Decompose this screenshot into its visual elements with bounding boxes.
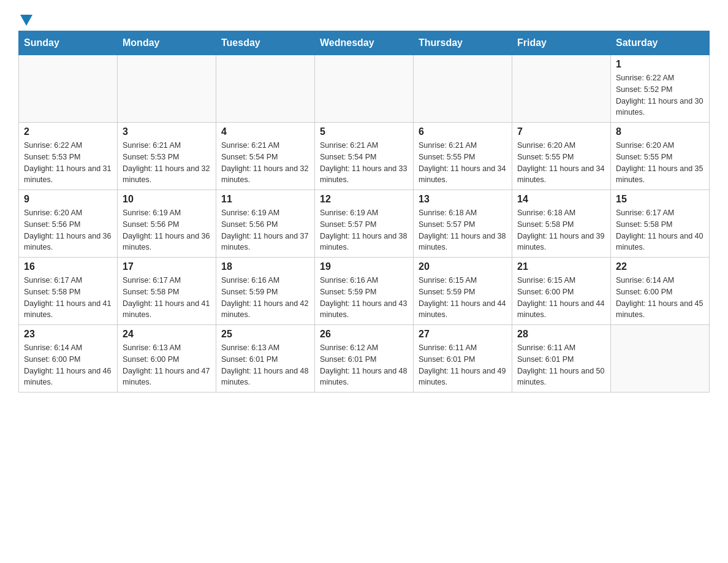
day-number: 7 (517, 126, 605, 137)
calendar-cell (118, 55, 216, 123)
calendar-cell: 11Sunrise: 6:19 AMSunset: 5:56 PMDayligh… (216, 190, 315, 258)
weekday-header-friday: Friday (512, 31, 611, 55)
day-number: 8 (616, 126, 704, 137)
day-number: 15 (616, 194, 704, 205)
calendar-week-row: 1Sunrise: 6:22 AMSunset: 5:52 PMDaylight… (19, 55, 710, 123)
day-number: 17 (123, 261, 211, 272)
day-info: Sunrise: 6:21 AMSunset: 5:55 PMDaylight:… (419, 140, 507, 186)
calendar-cell: 17Sunrise: 6:17 AMSunset: 5:58 PMDayligh… (118, 258, 216, 325)
day-info: Sunrise: 6:19 AMSunset: 5:56 PMDaylight:… (123, 207, 211, 253)
logo-triangle-icon (20, 15, 32, 26)
day-info: Sunrise: 6:17 AMSunset: 5:58 PMDaylight:… (24, 275, 112, 321)
calendar-cell (414, 55, 512, 123)
page-header (18, 12, 710, 25)
calendar-cell (315, 55, 414, 123)
calendar-cell: 21Sunrise: 6:15 AMSunset: 6:00 PMDayligh… (512, 258, 611, 325)
day-info: Sunrise: 6:21 AMSunset: 5:54 PMDaylight:… (221, 140, 309, 186)
calendar-cell: 20Sunrise: 6:15 AMSunset: 5:59 PMDayligh… (414, 258, 512, 325)
calendar-cell: 28Sunrise: 6:11 AMSunset: 6:01 PMDayligh… (512, 325, 611, 393)
day-number: 10 (123, 194, 211, 205)
day-info: Sunrise: 6:13 AMSunset: 6:01 PMDaylight:… (221, 342, 309, 388)
logo (18, 12, 32, 25)
calendar-cell: 18Sunrise: 6:16 AMSunset: 5:59 PMDayligh… (216, 258, 315, 325)
calendar-cell: 14Sunrise: 6:18 AMSunset: 5:58 PMDayligh… (512, 190, 611, 258)
calendar-cell: 13Sunrise: 6:18 AMSunset: 5:57 PMDayligh… (414, 190, 512, 258)
calendar-cell: 25Sunrise: 6:13 AMSunset: 6:01 PMDayligh… (216, 325, 315, 393)
day-number: 28 (517, 329, 605, 340)
day-info: Sunrise: 6:15 AMSunset: 5:59 PMDaylight:… (419, 275, 507, 321)
day-info: Sunrise: 6:16 AMSunset: 5:59 PMDaylight:… (320, 275, 408, 321)
day-number: 18 (221, 261, 309, 272)
day-number: 27 (419, 329, 507, 340)
calendar-cell: 9Sunrise: 6:20 AMSunset: 5:56 PMDaylight… (19, 190, 118, 258)
day-number: 22 (616, 261, 704, 272)
day-number: 12 (320, 194, 408, 205)
calendar-cell: 5Sunrise: 6:21 AMSunset: 5:54 PMDaylight… (315, 123, 414, 190)
calendar-cell (19, 55, 118, 123)
day-number: 16 (24, 261, 112, 272)
calendar-cell: 24Sunrise: 6:13 AMSunset: 6:00 PMDayligh… (118, 325, 216, 393)
day-info: Sunrise: 6:16 AMSunset: 5:59 PMDaylight:… (221, 275, 309, 321)
weekday-header-saturday: Saturday (611, 31, 710, 55)
day-number: 3 (123, 126, 211, 137)
day-info: Sunrise: 6:14 AMSunset: 6:00 PMDaylight:… (616, 275, 704, 321)
weekday-header-tuesday: Tuesday (216, 31, 315, 55)
calendar-cell: 26Sunrise: 6:12 AMSunset: 6:01 PMDayligh… (315, 325, 414, 393)
calendar-week-row: 2Sunrise: 6:22 AMSunset: 5:53 PMDaylight… (19, 123, 710, 190)
day-info: Sunrise: 6:17 AMSunset: 5:58 PMDaylight:… (123, 275, 211, 321)
calendar-cell: 2Sunrise: 6:22 AMSunset: 5:53 PMDaylight… (19, 123, 118, 190)
calendar-cell: 10Sunrise: 6:19 AMSunset: 5:56 PMDayligh… (118, 190, 216, 258)
day-info: Sunrise: 6:21 AMSunset: 5:54 PMDaylight:… (320, 140, 408, 186)
weekday-header-sunday: Sunday (19, 31, 118, 55)
calendar-cell: 16Sunrise: 6:17 AMSunset: 5:58 PMDayligh… (19, 258, 118, 325)
calendar-cell: 4Sunrise: 6:21 AMSunset: 5:54 PMDaylight… (216, 123, 315, 190)
day-info: Sunrise: 6:19 AMSunset: 5:56 PMDaylight:… (221, 207, 309, 253)
day-number: 25 (221, 329, 309, 340)
day-number: 14 (517, 194, 605, 205)
day-number: 13 (419, 194, 507, 205)
day-info: Sunrise: 6:13 AMSunset: 6:00 PMDaylight:… (123, 342, 211, 388)
day-info: Sunrise: 6:14 AMSunset: 6:00 PMDaylight:… (24, 342, 112, 388)
day-info: Sunrise: 6:20 AMSunset: 5:55 PMDaylight:… (616, 140, 704, 186)
day-number: 24 (123, 329, 211, 340)
day-number: 1 (616, 59, 704, 70)
calendar-cell: 1Sunrise: 6:22 AMSunset: 5:52 PMDaylight… (611, 55, 710, 123)
calendar-table: SundayMondayTuesdayWednesdayThursdayFrid… (18, 31, 710, 393)
day-number: 2 (24, 126, 112, 137)
day-info: Sunrise: 6:21 AMSunset: 5:53 PMDaylight:… (123, 140, 211, 186)
calendar-cell: 12Sunrise: 6:19 AMSunset: 5:57 PMDayligh… (315, 190, 414, 258)
calendar-cell (216, 55, 315, 123)
day-info: Sunrise: 6:22 AMSunset: 5:53 PMDaylight:… (24, 140, 112, 186)
day-info: Sunrise: 6:22 AMSunset: 5:52 PMDaylight:… (616, 72, 704, 118)
weekday-header-wednesday: Wednesday (315, 31, 414, 55)
calendar-cell: 23Sunrise: 6:14 AMSunset: 6:00 PMDayligh… (19, 325, 118, 393)
calendar-cell: 3Sunrise: 6:21 AMSunset: 5:53 PMDaylight… (118, 123, 216, 190)
calendar-cell: 7Sunrise: 6:20 AMSunset: 5:55 PMDaylight… (512, 123, 611, 190)
day-number: 20 (419, 261, 507, 272)
day-number: 11 (221, 194, 309, 205)
day-info: Sunrise: 6:12 AMSunset: 6:01 PMDaylight:… (320, 342, 408, 388)
day-number: 6 (419, 126, 507, 137)
day-info: Sunrise: 6:18 AMSunset: 5:57 PMDaylight:… (419, 207, 507, 253)
calendar-week-row: 23Sunrise: 6:14 AMSunset: 6:00 PMDayligh… (19, 325, 710, 393)
day-number: 23 (24, 329, 112, 340)
calendar-cell: 19Sunrise: 6:16 AMSunset: 5:59 PMDayligh… (315, 258, 414, 325)
day-info: Sunrise: 6:11 AMSunset: 6:01 PMDaylight:… (419, 342, 507, 388)
day-number: 19 (320, 261, 408, 272)
day-number: 9 (24, 194, 112, 205)
calendar-cell: 8Sunrise: 6:20 AMSunset: 5:55 PMDaylight… (611, 123, 710, 190)
calendar-week-row: 16Sunrise: 6:17 AMSunset: 5:58 PMDayligh… (19, 258, 710, 325)
calendar-cell: 6Sunrise: 6:21 AMSunset: 5:55 PMDaylight… (414, 123, 512, 190)
calendar-week-row: 9Sunrise: 6:20 AMSunset: 5:56 PMDaylight… (19, 190, 710, 258)
calendar-cell: 27Sunrise: 6:11 AMSunset: 6:01 PMDayligh… (414, 325, 512, 393)
calendar-cell (512, 55, 611, 123)
day-number: 4 (221, 126, 309, 137)
weekday-header-thursday: Thursday (414, 31, 512, 55)
day-number: 26 (320, 329, 408, 340)
calendar-cell: 22Sunrise: 6:14 AMSunset: 6:00 PMDayligh… (611, 258, 710, 325)
day-info: Sunrise: 6:11 AMSunset: 6:01 PMDaylight:… (517, 342, 605, 388)
day-info: Sunrise: 6:15 AMSunset: 6:00 PMDaylight:… (517, 275, 605, 321)
weekday-header-monday: Monday (118, 31, 216, 55)
day-info: Sunrise: 6:20 AMSunset: 5:56 PMDaylight:… (24, 207, 112, 253)
day-number: 21 (517, 261, 605, 272)
